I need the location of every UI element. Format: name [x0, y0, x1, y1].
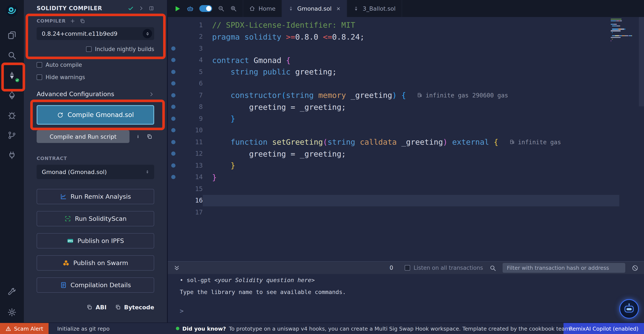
- line-number[interactable]: 14: [179, 173, 203, 181]
- line-number[interactable]: 8: [179, 103, 203, 111]
- line-number[interactable]: 12: [179, 150, 203, 158]
- code-text[interactable]: // SPDX-License-Identifier: MIT: [203, 19, 619, 31]
- listen-all-checkbox[interactable]: [405, 265, 410, 271]
- listen-all-transactions-row[interactable]: Listen on all transactions: [405, 265, 483, 271]
- run-script-icon[interactable]: [174, 5, 181, 12]
- gutter-dot[interactable]: [171, 128, 176, 133]
- terminal-prompt[interactable]: >: [180, 307, 644, 315]
- code-text[interactable]: constructor(string memory _greeting) {in…: [203, 89, 619, 101]
- code-text[interactable]: }: [203, 113, 619, 124]
- code-text[interactable]: }: [203, 171, 619, 183]
- gutter-dot[interactable]: [171, 105, 176, 109]
- code-text[interactable]: [203, 183, 619, 195]
- line-number[interactable]: 6: [179, 80, 203, 87]
- transaction-filter-input[interactable]: [502, 263, 625, 273]
- gutter[interactable]: [168, 81, 179, 86]
- gutter-dot[interactable]: [171, 163, 176, 168]
- code-text[interactable]: [203, 78, 619, 89]
- minimap[interactable]: [611, 19, 638, 47]
- code-text[interactable]: greeting = _greeting;: [203, 148, 619, 160]
- tab-3-ballot-sol[interactable]: 3_Ballot.sol: [347, 0, 402, 17]
- activity-source-control[interactable]: [0, 129, 24, 142]
- copy-abi-button[interactable]: ABI: [87, 304, 107, 311]
- gutter-dot[interactable]: [171, 70, 176, 74]
- gutter[interactable]: [168, 117, 179, 121]
- gutter-dot[interactable]: [171, 152, 176, 156]
- line-number[interactable]: 9: [179, 115, 203, 123]
- code-text[interactable]: pragma solidity >=0.8.0 <=0.8.24;: [203, 31, 619, 42]
- info-icon[interactable]: [135, 134, 141, 140]
- gutter-dot[interactable]: [171, 175, 176, 179]
- hide-warnings-row[interactable]: Hide warnings: [37, 74, 154, 80]
- copy-bytecode-button[interactable]: Bytecode: [115, 304, 154, 311]
- gutter[interactable]: [168, 105, 179, 109]
- remix-logo[interactable]: [0, 4, 24, 17]
- code-text[interactable]: [203, 124, 619, 136]
- line-number[interactable]: 2: [179, 33, 203, 41]
- code-text[interactable]: [203, 206, 619, 218]
- publish-on-swarm-button[interactable]: Publish on Swarm: [37, 255, 154, 271]
- gutter-dot[interactable]: [171, 46, 176, 51]
- gutter-dot[interactable]: [171, 93, 176, 97]
- gutter[interactable]: [168, 140, 179, 144]
- tab-gmonad-sol[interactable]: Gmonad.sol: [282, 0, 347, 17]
- line-number[interactable]: 11: [179, 138, 203, 146]
- include-nightly-row[interactable]: Include nightly builds: [37, 46, 154, 52]
- gutter-dot[interactable]: [171, 117, 176, 121]
- line-number[interactable]: 13: [179, 162, 203, 169]
- gutter[interactable]: [168, 175, 179, 179]
- gutter[interactable]: [168, 93, 179, 97]
- clear-terminal-icon[interactable]: [632, 265, 638, 271]
- copilot-status[interactable]: RemixAI Copilot (enabled): [564, 323, 644, 334]
- activity-plugin-manager[interactable]: [0, 149, 24, 162]
- activity-solidity-compiler[interactable]: [0, 69, 24, 82]
- terminal-search-icon[interactable]: [490, 265, 496, 271]
- line-number[interactable]: 3: [179, 45, 203, 52]
- copy-icon[interactable]: [146, 134, 152, 140]
- terminal[interactable]: • sol-gpt <your Solidity question here> …: [168, 274, 644, 323]
- line-number[interactable]: 16: [179, 197, 203, 204]
- auto-compile-checkbox[interactable]: [37, 62, 42, 68]
- activity-deploy-run[interactable]: [0, 89, 24, 102]
- code-text[interactable]: string public greeting;: [203, 66, 619, 78]
- gutter[interactable]: [168, 152, 179, 156]
- zoom-out-icon[interactable]: [218, 5, 224, 12]
- compilation-details-button[interactable]: Compilation Details: [37, 277, 154, 293]
- copilot-toggle[interactable]: [199, 5, 212, 12]
- code-text[interactable]: greeting = _greeting;: [203, 101, 619, 113]
- add-compiler-icon[interactable]: [70, 18, 76, 24]
- advanced-configurations[interactable]: Advanced Configurations: [37, 91, 154, 97]
- remixai-icon[interactable]: [186, 5, 194, 12]
- code-text[interactable]: }: [203, 160, 619, 171]
- auto-compile-row[interactable]: Auto compile: [37, 62, 154, 68]
- gutter-dot[interactable]: [171, 58, 176, 62]
- close-icon[interactable]: [336, 6, 341, 11]
- gutter[interactable]: [168, 70, 179, 74]
- scrollbar-thumb[interactable]: [639, 17, 644, 106]
- gutter[interactable]: [168, 58, 179, 62]
- editor-scrollbar[interactable]: [639, 17, 644, 261]
- activity-settings[interactable]: [0, 306, 24, 319]
- run-remix-analysis-button[interactable]: Run Remix Analysis: [37, 189, 154, 204]
- gutter[interactable]: [168, 128, 179, 133]
- code-text[interactable]: [203, 195, 619, 206]
- code-text[interactable]: function setGreeting(string calldata _gr…: [203, 136, 619, 148]
- gutter-dot[interactable]: [171, 81, 176, 86]
- publish-on-ipfs-button[interactable]: IPFSPublish on IPFS: [37, 233, 154, 249]
- code-text[interactable]: [203, 42, 619, 54]
- activity-file-explorer[interactable]: [0, 29, 24, 42]
- tab-home[interactable]: Home: [243, 0, 282, 17]
- scam-alert-button[interactable]: Scam Alert: [0, 323, 49, 334]
- include-nightly-checkbox[interactable]: [86, 46, 92, 52]
- zoom-in-icon[interactable]: [230, 5, 237, 12]
- panel-pin-icon[interactable]: [149, 5, 154, 11]
- compiler-version-select[interactable]: 0.8.24+commit.e11b9ed9: [37, 27, 154, 40]
- line-number[interactable]: 15: [179, 185, 203, 193]
- panel-collapse-icon[interactable]: [138, 5, 144, 11]
- compile-button[interactable]: Compile Gmonad.sol: [37, 105, 154, 125]
- line-number[interactable]: 4: [179, 56, 203, 64]
- code-text[interactable]: contract Gmonad {: [203, 54, 619, 66]
- line-number[interactable]: 1: [179, 21, 203, 29]
- run-solidityscan-button[interactable]: Run SolidityScan: [37, 211, 154, 226]
- hide-warnings-checkbox[interactable]: [37, 74, 42, 80]
